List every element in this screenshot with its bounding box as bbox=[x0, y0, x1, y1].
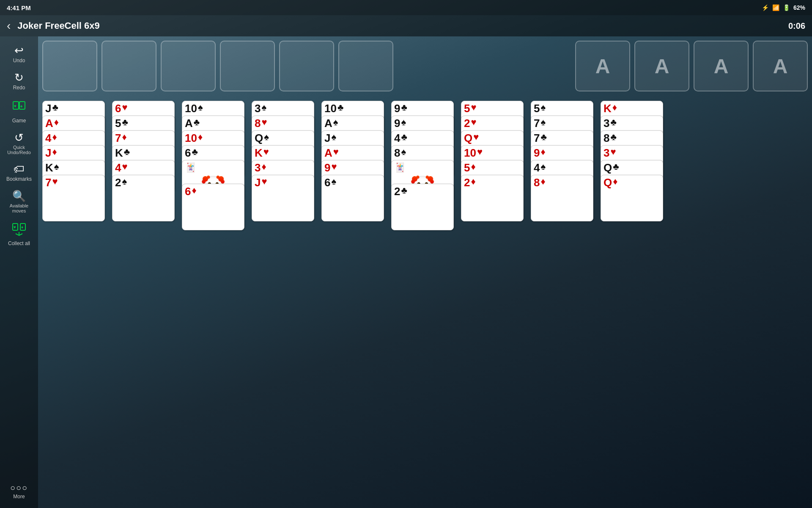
foundation-2[interactable]: A bbox=[634, 41, 689, 91]
playing-card[interactable]: 2 ♣ bbox=[391, 184, 454, 230]
free-cell-1[interactable] bbox=[42, 41, 97, 91]
title-bar: ‹ Joker FreeCell 6x9 0:06 bbox=[0, 15, 812, 36]
sidebar-item-collect-all[interactable]: ♥ ♦ Collect all bbox=[2, 218, 36, 251]
sidebar-item-undo[interactable]: ↩ Undo bbox=[2, 41, 36, 68]
sidebar-item-redo[interactable]: ↻ Redo bbox=[2, 68, 36, 95]
available-moves-label: Available moves bbox=[4, 203, 34, 213]
quick-undo-label: Quick Undo/Redo bbox=[4, 145, 34, 155]
playing-card[interactable]: 2 ♠ bbox=[112, 175, 175, 221]
column-5[interactable]: 10 ♣ A ♠ J ♠ A ♥ 9 ♥ bbox=[321, 101, 387, 230]
playing-columns: J ♣ A ♦ 4 ♦ J ♦ K ♠ bbox=[42, 101, 808, 230]
signal-icon: 📶 bbox=[772, 4, 779, 11]
playing-card[interactable]: 7 ♥ bbox=[42, 175, 105, 221]
svg-text:♦: ♦ bbox=[21, 225, 23, 229]
game-icon: ♥ ♠ bbox=[11, 99, 27, 116]
free-cell-4[interactable] bbox=[220, 41, 275, 91]
playing-card[interactable]: 8 ♦ bbox=[531, 175, 593, 221]
playing-card[interactable]: 2 ♦ bbox=[461, 175, 524, 221]
sidebar-item-quick-undo[interactable]: ↺ Quick Undo/Redo bbox=[2, 128, 36, 159]
undo-icon: ↩ bbox=[14, 45, 24, 56]
bookmarks-label: Bookmarks bbox=[6, 176, 32, 182]
undo-label: Undo bbox=[13, 58, 25, 64]
foundation-3[interactable]: A bbox=[694, 41, 749, 91]
playing-card[interactable]: 6 ♠ bbox=[321, 175, 384, 221]
playing-card[interactable]: 6 ♦ bbox=[182, 184, 244, 230]
column-8[interactable]: 5 ♠ 7 ♠ 7 ♣ 9 ♦ 4 ♠ bbox=[531, 101, 596, 230]
status-time: 4:41 PM bbox=[7, 4, 31, 11]
free-cell-3[interactable] bbox=[161, 41, 216, 91]
sidebar-item-more[interactable]: ○○○ More bbox=[2, 479, 36, 504]
column-3[interactable]: 10 ♠ A ♣ 10 ♦ 6 ♣ 🃏 bbox=[182, 101, 247, 230]
column-4[interactable]: 3 ♠ 8 ♥ Q ♠ K ♥ 3 ♦ bbox=[252, 101, 317, 230]
collect-all-icon: ♥ ♦ bbox=[11, 222, 27, 239]
free-cell-2[interactable] bbox=[102, 41, 156, 91]
column-7[interactable]: 5 ♥ 2 ♥ Q ♥ 10 ♥ 5 ♦ bbox=[461, 101, 527, 230]
game-label: Game bbox=[12, 118, 26, 124]
collect-all-label: Collect all bbox=[8, 240, 30, 246]
column-6[interactable]: 9 ♣ 9 ♠ 4 ♣ 8 ♠ 🃏 bbox=[391, 101, 457, 230]
free-cell-6[interactable] bbox=[338, 41, 393, 91]
foundation-4[interactable]: A bbox=[753, 41, 808, 91]
back-button[interactable]: ‹ bbox=[7, 19, 11, 33]
column-2[interactable]: 6 ♥ 5 ♣ 7 ♦ K ♣ 4 ♥ bbox=[112, 101, 178, 230]
battery-icon: 🔋 bbox=[783, 4, 790, 11]
svg-text:♥: ♥ bbox=[14, 104, 16, 108]
sidebar-item-bookmarks[interactable]: 🏷 Bookmarks bbox=[2, 159, 36, 186]
more-icon: ○○○ bbox=[10, 483, 28, 492]
column-9[interactable]: K ♦ 3 ♣ 8 ♣ 3 ♥ Q ♣ bbox=[601, 101, 666, 230]
bluetooth-icon: ⚡ bbox=[762, 4, 769, 11]
svg-text:♠: ♠ bbox=[20, 104, 23, 108]
playing-card[interactable]: J ♥ bbox=[252, 175, 314, 221]
quick-undo-icon: ↺ bbox=[14, 132, 24, 143]
status-bar: 4:41 PM ⚡ 📶 🔋 62% bbox=[0, 0, 812, 15]
redo-label: Redo bbox=[13, 85, 25, 91]
free-cell-5[interactable] bbox=[279, 41, 334, 91]
redo-icon: ↻ bbox=[14, 72, 24, 83]
game-timer: 0:06 bbox=[788, 21, 805, 31]
more-label: More bbox=[13, 494, 25, 500]
playing-card[interactable]: Q ♦ bbox=[601, 175, 663, 221]
top-row: A A A A bbox=[42, 41, 808, 96]
foundation-1[interactable]: A bbox=[575, 41, 630, 91]
available-moves-icon: 🔍 bbox=[12, 190, 26, 202]
battery-percent: 62% bbox=[793, 4, 805, 11]
column-1[interactable]: J ♣ A ♦ 4 ♦ J ♦ K ♠ bbox=[42, 101, 108, 230]
game-area: A A A A J ♣ A ♦ 4 ♦ J ♦ bbox=[38, 36, 812, 508]
bookmarks-icon: 🏷 bbox=[14, 163, 25, 174]
sidebar-item-game[interactable]: ♥ ♠ Game bbox=[2, 95, 36, 128]
svg-text:♥: ♥ bbox=[14, 225, 16, 229]
game-title: Joker FreeCell 6x9 bbox=[17, 20, 788, 31]
sidebar: ↩ Undo ↻ Redo ♥ ♠ Game ↺ Quick Undo/Redo… bbox=[0, 36, 38, 508]
sidebar-item-available-moves[interactable]: 🔍 Available moves bbox=[2, 186, 36, 218]
